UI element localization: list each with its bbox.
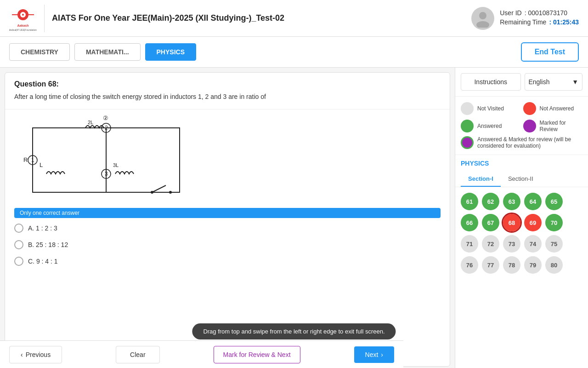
option-b-text: B. 25 : 18 : 12 [28,241,68,248]
subject-bar: CHEMISTRY MATHEMATI... PHYSICS End Test [0,37,588,68]
question-number-btn[interactable]: 79 [524,256,542,274]
radio-c[interactable] [14,257,23,266]
circuit-diagram-area: L 2L 3L 2 1 3 R [5,109,450,208]
aakash-logo: Aakash Medical|IIT-JEE|Foundations [9,5,37,32]
question-number-btn[interactable]: 75 [545,235,563,253]
svg-point-8 [476,21,489,28]
question-number-btn[interactable]: 65 [545,193,563,210]
svg-text:R: R [23,156,28,163]
remaining-time-value: : 01:25:43 [549,18,579,26]
next-label: Next [365,351,379,358]
bottom-nav: ‹ Previous Clear Mark for Review & Next … [0,340,403,368]
user-info: User ID : 00010873170 Remaining Time : 0… [471,7,579,30]
question-number-btn[interactable]: 80 [545,256,563,274]
svg-text:L: L [40,161,43,168]
question-text: After a long time of closing the switch … [14,92,441,102]
question-number-btn[interactable]: 68 [503,214,520,231]
legend-not-visited: Not Visited [461,102,520,115]
section-tab-2[interactable]: Section-II [501,172,541,187]
legend-marked: Marked for Review [523,120,583,132]
previous-label: Previous [26,351,51,358]
tab-mathematics[interactable]: MATHEMATI... [74,43,141,61]
question-number-btn[interactable]: 64 [524,193,542,210]
question-number-btn[interactable]: 73 [503,235,520,253]
next-arrow-icon: › [381,351,383,358]
question-number-btn[interactable]: 63 [503,193,520,210]
clear-button[interactable]: Clear [116,346,159,363]
answered-marked-label: Answered & Marked for review (will be co… [477,136,582,149]
physics-section-label: PHYSICS [455,155,588,172]
legend-answered: Answered [461,120,520,132]
next-button[interactable]: Next › [354,346,394,363]
svg-text:Aakash: Aakash [17,24,29,27]
answer-type-badge: Only one correct answer [14,208,441,218]
question-number-btn[interactable]: 77 [482,256,499,274]
option-a[interactable]: A. 1 : 2 : 3 [14,224,441,233]
question-number-btn[interactable]: 69 [524,214,542,231]
svg-text:3L: 3L [113,162,119,168]
section-tabs: Section-I Section-II [455,172,588,187]
right-top-bar: Instructions English ▼ [455,68,588,97]
user-id-value: : 00010873170 [525,9,567,17]
avatar-icon [474,9,492,28]
option-c-text: C. 9 : 4 : 1 [28,258,58,265]
instructions-button[interactable]: Instructions [461,73,521,91]
svg-point-2 [22,14,24,16]
svg-text:②: ② [103,115,108,121]
svg-point-7 [479,12,486,19]
question-number-btn[interactable]: 72 [482,235,499,253]
user-id-label: User ID [500,9,521,17]
svg-text:2L: 2L [88,120,93,125]
options-list: A. 1 : 2 : 3 B. 25 : 18 : 12 C. 9 : 4 : … [5,224,450,266]
svg-point-22 [151,191,153,194]
question-number-btn[interactable]: 62 [482,193,499,210]
not-answered-label: Not Answered [540,105,574,112]
svg-line-21 [152,185,166,192]
prev-arrow-icon: ‹ [21,351,23,358]
answered-label: Answered [477,123,502,129]
circuit-diagram: L 2L 3L 2 1 3 R [14,114,189,201]
tab-chemistry[interactable]: CHEMISTRY [9,43,70,61]
option-c[interactable]: C. 9 : 4 : 1 [14,257,441,266]
section-tab-1[interactable]: Section-I [461,172,501,187]
tab-physics[interactable]: PHYSICS [145,43,196,61]
marked-dot [523,120,536,132]
svg-text:Medical|IIT-JEE|Foundations: Medical|IIT-JEE|Foundations [9,29,37,31]
not-answered-dot [523,102,536,115]
option-b[interactable]: B. 25 : 18 : 12 [14,240,441,249]
header: Aakash Medical|IIT-JEE|Foundations AIATS… [0,0,588,37]
question-number-btn[interactable]: 61 [461,193,478,210]
language-button[interactable]: English ▼ [525,73,583,91]
question-number: Question 68: [14,80,441,88]
answered-marked-dot [461,136,474,149]
svg-point-23 [169,191,172,194]
legend-grid: Not Visited Not Answered Answered Marked… [461,102,582,132]
svg-text:3: 3 [105,171,108,177]
question-number-btn[interactable]: 76 [461,256,478,274]
not-visited-dot [461,102,474,115]
not-visited-label: Not Visited [477,105,504,112]
previous-button[interactable]: ‹ Previous [9,346,62,363]
legend-section: Not Visited Not Answered Answered Marked… [455,97,588,155]
right-panel: Instructions English ▼ Not Visited Not A… [455,68,588,368]
question-number-btn[interactable]: 78 [503,256,520,274]
radio-a[interactable] [14,224,23,233]
user-details: User ID : 00010873170 Remaining Time : 0… [500,9,579,28]
question-header: Question 68: After a long time of closin… [5,73,450,109]
svg-text:2: 2 [105,125,108,131]
question-number-btn[interactable]: 74 [524,235,542,253]
option-a-text: A. 1 : 2 : 3 [28,224,57,232]
question-number-btn[interactable]: 70 [545,214,563,231]
question-number-btn[interactable]: 66 [461,214,478,231]
question-number-btn[interactable]: 67 [482,214,499,231]
question-panel: Question 68: After a long time of closin… [5,72,450,367]
test-title: AIATS For One Year JEE(Main)-2025 (XII S… [52,13,471,23]
end-test-button[interactable]: End Test [521,42,579,62]
radio-b[interactable] [14,240,23,249]
svg-text:1: 1 [31,157,34,163]
marked-label: Marked for Review [540,120,583,132]
legend-not-answered: Not Answered [523,102,583,115]
mark-review-button[interactable]: Mark for Review & Next [214,346,300,363]
remaining-time-label: Remaining Time [500,18,546,26]
question-number-btn[interactable]: 71 [461,235,478,253]
